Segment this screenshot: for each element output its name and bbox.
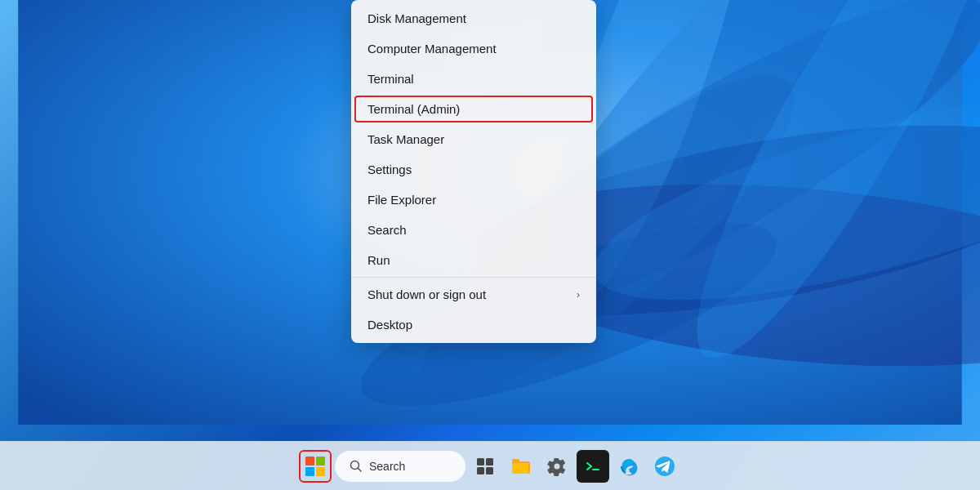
menu-item-settings[interactable]: Settings	[351, 154, 596, 185]
edge-icon	[618, 456, 639, 477]
svg-line-12	[359, 468, 362, 471]
menu-item-task-manager[interactable]: Task Manager	[351, 124, 596, 154]
taskbar: Search	[0, 441, 980, 490]
folder-icon	[510, 457, 532, 475]
terminal-button[interactable]	[577, 450, 609, 483]
menu-item-desktop[interactable]: Desktop	[351, 310, 596, 340]
terminal-icon	[584, 457, 602, 475]
task-view-button[interactable]	[469, 450, 501, 483]
desktop: Disk Management Computer Management Term…	[0, 0, 980, 490]
menu-item-disk-management[interactable]: Disk Management	[351, 3, 596, 33]
file-explorer-button[interactable]	[505, 450, 537, 483]
svg-rect-13	[477, 458, 484, 466]
settings-button[interactable]	[541, 450, 573, 483]
search-icon	[350, 460, 363, 473]
submenu-arrow-icon: ›	[577, 289, 580, 301]
task-view-icon	[476, 457, 494, 475]
menu-divider	[351, 277, 596, 278]
taskbar-center: Search	[299, 450, 681, 483]
context-menu: Disk Management Computer Management Term…	[351, 0, 596, 343]
svg-rect-14	[486, 458, 493, 466]
menu-item-run[interactable]: Run	[351, 245, 596, 275]
taskbar-search-bar[interactable]: Search	[335, 451, 466, 482]
svg-rect-15	[477, 467, 484, 474]
start-button[interactable]	[299, 450, 332, 483]
telegram-icon	[654, 456, 675, 477]
menu-item-computer-management[interactable]: Computer Management	[351, 33, 596, 64]
gear-icon	[547, 457, 567, 476]
menu-item-terminal-admin[interactable]: Terminal (Admin)	[351, 94, 596, 124]
menu-item-file-explorer[interactable]: File Explorer	[351, 185, 596, 215]
svg-rect-16	[486, 467, 493, 474]
telegram-button[interactable]	[648, 450, 681, 483]
menu-item-search[interactable]: Search	[351, 215, 596, 245]
menu-item-terminal[interactable]: Terminal	[351, 64, 596, 94]
menu-item-shut-down[interactable]: Shut down or sign out ›	[351, 279, 596, 310]
edge-browser-button[interactable]	[612, 450, 645, 483]
windows-logo-icon	[305, 457, 325, 476]
taskbar-search-label: Search	[369, 460, 405, 473]
